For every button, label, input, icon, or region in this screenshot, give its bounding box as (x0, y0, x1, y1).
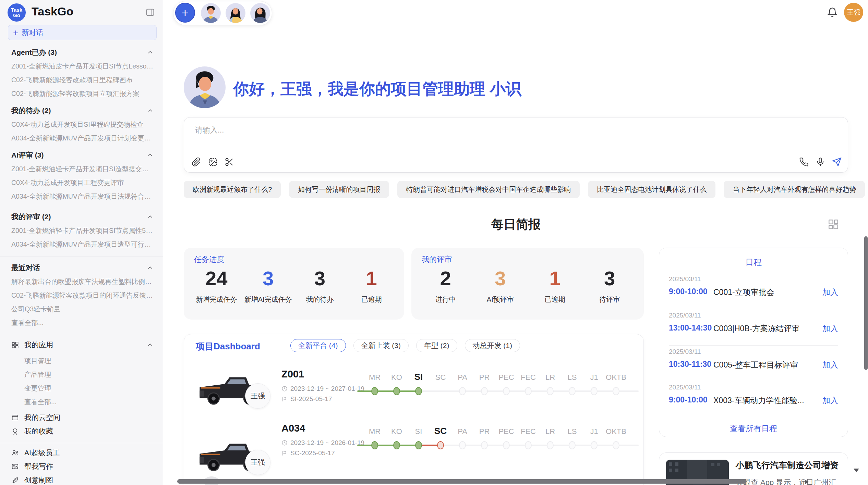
add-agent-button[interactable]: + (175, 3, 195, 23)
sidebar-collapse-icon[interactable] (145, 8, 155, 17)
flag-icon (281, 450, 288, 456)
users-icon (11, 449, 19, 457)
box-icon (11, 414, 19, 421)
stat: 1 已逾期 (528, 268, 582, 304)
suggestion-chip[interactable]: 特朗普可能对进口汽车增税会对中国车企造成哪些影响 (397, 181, 580, 198)
join-link[interactable]: 加入 (822, 287, 838, 298)
milestone-dot (503, 441, 510, 449)
section-header[interactable]: 最近对话 (0, 261, 163, 275)
list-item[interactable]: C0X4-动力总成开发项目SI里程碑提交物检查 (0, 117, 163, 131)
milestone-dot (525, 387, 532, 395)
user-avatar[interactable]: 王强 (844, 3, 863, 22)
list-item[interactable]: A034-全新新能源MUV产品开发项目计划变更表编写 (0, 131, 163, 145)
list-item[interactable]: 公司Q3轻卡销量 (0, 302, 163, 316)
agent-avatar[interactable] (226, 3, 245, 23)
chevron-up-icon[interactable] (147, 342, 153, 348)
scissors-icon[interactable] (225, 157, 234, 167)
divider (0, 443, 163, 443)
suggestion-chip[interactable]: 比亚迪全固态电池计划具体说了什么 (588, 181, 715, 198)
list-item[interactable]: C02-飞腾新能源轻客改款项目立项汇报方案 (0, 87, 163, 100)
filter-tab[interactable]: 全新平台 (4) (290, 339, 346, 352)
sidebar-item-label: 我的收藏 (24, 426, 53, 436)
agent-avatar[interactable] (250, 3, 270, 23)
list-item[interactable]: C02-飞腾新能源轻客改款项目里程碑画布 (0, 73, 163, 87)
image-icon[interactable] (208, 157, 218, 167)
sidebar-item-ai-employee[interactable]: AI超级员工 (0, 446, 163, 460)
stat-value: 3 (294, 268, 346, 289)
join-link[interactable]: 加入 (822, 323, 838, 334)
list-item[interactable]: Z001-全新燃油轻卡产品开发项目SI节点属性5D文件评审 (0, 224, 163, 237)
list-item[interactable]: C02-飞腾新能源轻客改款项目的闭环通告反馈情况 (0, 288, 163, 302)
view-all-schedule-link[interactable]: 查看所有日程 (659, 423, 848, 434)
milestone-dot (481, 441, 488, 449)
section-header[interactable]: AI评审 (3) (0, 148, 163, 162)
event-time: 10:30-11:30 (669, 360, 711, 369)
microphone-icon[interactable] (816, 157, 825, 167)
stat-label: 已逾期 (346, 295, 397, 304)
suggestion-chip[interactable]: 欧洲新规最近颁布了什么? (184, 181, 281, 198)
chevron-up-icon[interactable] (147, 49, 153, 55)
suggestion-chip[interactable]: 如何写一份清晰的项目周报 (289, 181, 389, 198)
filter-tab[interactable]: 全新上装 (3) (353, 339, 409, 352)
owner-name: 王强 (251, 391, 265, 401)
notification-bell-icon[interactable] (827, 7, 838, 18)
section-title: Agent已办 (3) (11, 48, 57, 56)
project-flag: SI-2025-05-17 (281, 395, 332, 403)
send-icon[interactable] (832, 157, 842, 167)
stat-label: 待评审 (582, 295, 637, 304)
sidebar-item-change-mgmt[interactable]: 变更管理 (0, 381, 163, 395)
view-all-link[interactable]: 查看全部... (0, 316, 163, 329)
list-item[interactable]: A034-全新新能源MUV产品开发项目造型可行性评审 (0, 237, 163, 251)
logo-line1: Task (11, 7, 22, 13)
sidebar-item-project-mgmt[interactable]: 项目管理 (0, 354, 163, 368)
view-all-link[interactable]: 查看全部... (0, 395, 163, 409)
section-header[interactable]: Agent已办 (3) (0, 46, 163, 59)
filter-tab[interactable]: 动总开发 (1) (465, 339, 520, 352)
phone-icon[interactable] (799, 157, 809, 167)
card-title: 我的评审 (422, 254, 452, 265)
event-date: 2025/03/11 (669, 384, 838, 391)
stat: 2 进行中 (418, 268, 473, 304)
horizontal-scrollbar[interactable] (177, 479, 747, 484)
sidebar-item-my-favorites[interactable]: 我的收藏 (0, 424, 163, 438)
section-header[interactable]: 我的评审 (2) (0, 210, 163, 224)
list-item[interactable]: 解释最新出台的欧盟报废车法规再生塑料比例被调至15%... (0, 275, 163, 288)
sidebar-item-my-apps[interactable]: 我的应用 (0, 338, 163, 352)
chat-input[interactable] (194, 124, 744, 153)
layout-grid-icon[interactable] (828, 219, 839, 230)
agent-avatar[interactable] (201, 3, 221, 23)
milestone-dot (569, 441, 576, 449)
section-ai-review: AI评审 (3) Z001-全新燃油轻卡产品开发项目SI造型提交物评审 C0X4… (0, 148, 163, 203)
chevron-up-icon[interactable] (147, 152, 153, 158)
chevron-up-icon[interactable] (147, 265, 153, 271)
stats-row: 2 进行中 3 AI预评审 1 已逾期 3 待评审 (418, 268, 637, 304)
join-link[interactable]: 加入 (822, 395, 838, 406)
list-item[interactable]: C0X4-动力总成开发项目工程变更评审 (0, 176, 163, 189)
filter-tab[interactable]: 年型 (2) (416, 339, 457, 352)
sidebar-item-product-mgmt[interactable]: 产品管理 (0, 368, 163, 381)
join-link[interactable]: 加入 (822, 360, 838, 370)
milestone-dot (459, 441, 466, 449)
milestone-dot (503, 387, 510, 395)
section-header[interactable]: 我的待办 (2) (0, 104, 163, 117)
suggestion-chip[interactable]: 当下年轻人对汽车外观有怎样的喜好趋势 (724, 181, 865, 198)
chevron-up-icon[interactable] (147, 214, 153, 220)
project-owner-badge: 王强 (245, 450, 270, 475)
plus-icon: + (13, 28, 18, 37)
assistant-avatar (184, 66, 226, 108)
sidebar-item-my-cloud[interactable]: 我的云空间 (0, 411, 163, 424)
chevron-up-icon[interactable] (147, 108, 153, 114)
scroll-down-arrow[interactable] (854, 469, 859, 472)
new-chat-button[interactable]: + 新对话 (8, 25, 157, 40)
stat-value: 2 (418, 268, 473, 289)
app-title: TaskGo (32, 5, 73, 18)
list-item[interactable]: Z001-全新燃油皮卡产品开发项目SI节点Lesson Learn报告 (0, 59, 163, 73)
badge-icon (11, 427, 19, 435)
list-item[interactable]: A034-全新新能源MUV产品开发项目法规符合性评审 (0, 189, 163, 203)
list-item[interactable]: Z001-全新燃油轻卡产品开发项目SI造型提交物评审 (0, 162, 163, 176)
paperclip-icon[interactable] (192, 157, 201, 167)
scroll-right-arrow[interactable] (805, 480, 809, 484)
sidebar-item-help-write[interactable]: 帮我写作 (0, 460, 163, 473)
vertical-scrollbar[interactable] (864, 236, 868, 370)
sidebar-item-creative-draw[interactable]: 创意制图 (0, 473, 163, 485)
